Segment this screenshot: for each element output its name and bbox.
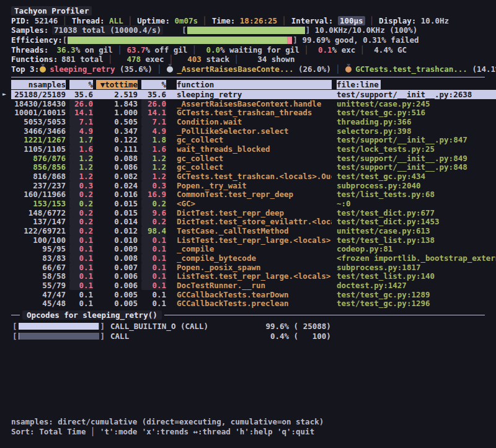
table-row[interactable]: 83/830.10.0080.1_compile_bytecode<frozen… <box>11 253 496 263</box>
table-row[interactable]: 153/1530.20.0150.2<GC>~:0 <box>11 199 496 208</box>
table-row[interactable]: 100/1000.10.0100.1ListTest.test_repr_lar… <box>11 235 496 245</box>
cell-nsamples: 55/79 <box>11 281 66 290</box>
table-row[interactable]: 148/67720.20.0159.6DictTest.test_repr_de… <box>11 208 496 217</box>
table-row[interactable]: 66/670.10.0070.1Popen._posix_spawnsubpro… <box>11 263 496 272</box>
table-row[interactable]: 55/790.10.0060.1DocTestRunner.__rundocte… <box>11 281 496 290</box>
status-label: Display: <box>379 16 421 25</box>
cell-file-line: doctest.py:1427 <box>337 281 496 290</box>
footer-keybindings: Sort: Total Time │ 't':mode 'x':trends ↔… <box>11 426 324 436</box>
footer: nsamples: direct/cumulative (direct=exec… <box>11 416 324 436</box>
cell-pct-direct: 1.2 <box>69 162 93 172</box>
table-row[interactable]: 1105/11051.60.1111.6wait_threads_blocked… <box>11 144 496 154</box>
column-header-nsamples[interactable]: nsamples <box>11 80 66 89</box>
cell-pct-direct: 0.1 <box>69 290 93 299</box>
status-bar: PID: 52146 │ Thread: ALL │ Uptime: 0m07s… <box>11 16 496 26</box>
cell-function: DictTest.test_repr_deep <box>177 208 332 217</box>
cell-file-line: test/support/__init__.py:847 <box>337 135 496 144</box>
table-row[interactable]: 1221/12671.70.1221.8gc_collecttest/suppo… <box>11 136 496 145</box>
cell-nsamples: 5053/5053 <box>11 117 66 126</box>
table-row[interactable]: 856/8561.20.0861.2gc_collecttest/support… <box>11 163 496 172</box>
column-header-tottime-sorted[interactable]: ▼tottime <box>96 80 138 89</box>
table-row[interactable]: 10001/1001514.11.00014.1GCTests.test_tra… <box>11 108 496 118</box>
column-header-pct-cumulative[interactable]: % <box>141 80 166 89</box>
cell-file-line: ~:0 <box>337 199 496 208</box>
column-header-function[interactable]: function <box>177 80 332 89</box>
separator: │ <box>187 45 202 55</box>
opcode-count-value: 100 <box>298 332 326 341</box>
cell-file-line: test/list_tests.py:68 <box>337 190 496 199</box>
cell-tottime: 0.015 <box>96 199 138 208</box>
table-row[interactable]: 3466/34664.90.3474.9_PollLikeSelector.se… <box>11 126 496 136</box>
table-row[interactable]: 18430/1843026.01.84326.0_AssertRaisesBas… <box>11 99 496 108</box>
cell-function: GCCallbackTests.tearDown <box>177 290 332 299</box>
top-function-name: GCTests.test_trashcan... <box>355 64 467 74</box>
functions-segments: 881 total │ 478 exec │ 403 stack │ 34 sh… <box>52 55 294 64</box>
table-row[interactable]: 122/697210.20.01298.4TestCase._callTestM… <box>11 226 496 235</box>
status-value: 0m07s <box>174 16 198 25</box>
cell-file-line: test/test_list.py:140 <box>337 271 496 281</box>
table-row[interactable]: 237/2370.30.0240.3Popen._try_waitsubproc… <box>11 181 496 190</box>
function-stat-suffix: shown <box>267 55 294 64</box>
cell-pct-direct: 35.6 <box>69 90 93 99</box>
cell-pct-direct: 0.2 <box>69 190 93 199</box>
cell-nsamples: 25188/25189 <box>11 90 66 99</box>
cell-tottime: 0.009 <box>96 244 138 253</box>
cell-tottime: 0.016 <box>96 190 138 199</box>
table-row[interactable]: 876/8761.20.0881.2gc_collecttest/support… <box>11 154 496 163</box>
cell-pct-direct: 26.0 <box>69 99 93 108</box>
top-function-name: sleeping_retry <box>50 64 115 74</box>
column-header-pct-direct[interactable]: % <box>69 80 93 89</box>
opcode-bar <box>19 333 99 340</box>
thread-stat-value: 0.1 <box>313 45 332 55</box>
divider-line <box>164 315 485 315</box>
cell-file-line: test/test_dict.py:1453 <box>337 217 496 226</box>
cell-pct-cumulative: 7.1 <box>141 117 166 126</box>
table-row[interactable]: 25188/2518935.62.51935.6sleeping_retryte… <box>11 90 496 99</box>
cell-nsamples: 153/153 <box>11 199 66 208</box>
cell-function: _compile_bytecode <box>177 253 332 263</box>
opcode-pct: 0.4% <box>254 332 289 341</box>
thread-stat-value: 4.4 <box>370 45 388 55</box>
cell-nsamples: 95/95 <box>11 244 66 253</box>
status-value: 100µs <box>338 16 365 25</box>
cell-tottime: 0.347 <box>96 126 138 136</box>
top3-line: Top 3:sleeping_retry (35.6%) │ _AssertRa… <box>11 64 496 74</box>
cell-tottime: 0.007 <box>96 263 138 272</box>
cell-pct-cumulative: 16.9 <box>141 190 166 199</box>
cell-tottime: 0.005 <box>96 299 138 308</box>
opcode-bar-close-bracket: ] <box>100 322 105 331</box>
table-row[interactable]: 5053/50537.10.5057.1Condition.waitthread… <box>11 117 496 126</box>
cell-tottime: 0.008 <box>96 253 138 263</box>
table-row[interactable]: 95/950.10.0090.1_compilecodeop.py:81 <box>11 245 496 254</box>
table-row[interactable]: 47/470.10.0050.1GCCallbackTests.tearDown… <box>11 290 496 299</box>
thread-stat-suffix: % waiting for gil <box>220 45 299 55</box>
cell-function: TestCase._callTestMethod <box>177 226 332 235</box>
cell-pct-cumulative: 1.2 <box>141 154 166 163</box>
opcodes-section-divider: Opcodes for sleeping_retry() <box>11 310 485 320</box>
table-row[interactable]: 45/480.10.0050.1GCCallbackTests.preclean… <box>11 299 496 309</box>
function-stat-value: 34 <box>244 55 267 64</box>
table-row[interactable]: 137/1470.20.0140.2DictTest.test_store_ev… <box>11 217 496 227</box>
table-row[interactable]: 160/119660.20.01616.9CommonTest.test_rep… <box>11 190 496 200</box>
samples-rate: 10.0KHz/10.0KHz (100%) <box>310 25 417 35</box>
table-row[interactable]: 58/580.10.0060.1ListTest.test_repr_large… <box>11 272 496 281</box>
cell-pct-direct: 1.7 <box>69 135 93 144</box>
cell-pct-cumulative: 1.2 <box>141 172 166 181</box>
thread-stat-value: 63.7 <box>126 45 145 55</box>
function-table: nsamples % ▼tottime % function file:line… <box>11 80 496 308</box>
efficiency-bar-failed-fill <box>287 37 292 44</box>
functions-label: Functions: <box>11 55 52 64</box>
table-row[interactable]: 816/8681.20.0821.2GCTests.test_trashcan.… <box>11 172 496 181</box>
cell-pct-direct: 0.1 <box>69 235 93 245</box>
cell-nsamples: 1221/1267 <box>11 135 66 144</box>
cell-function: Popen._try_wait <box>177 181 332 190</box>
cell-nsamples: 148/6772 <box>11 208 66 217</box>
column-header-file[interactable]: file:line <box>337 80 496 89</box>
cell-pct-cumulative: 0.1 <box>141 271 166 281</box>
separator: │ <box>365 16 379 25</box>
table-rows: 25188/2518935.62.51935.6sleeping_retryte… <box>11 90 496 308</box>
cell-nsamples: 66/67 <box>11 263 66 272</box>
opcodes-title: Opcodes for sleeping_retry() <box>22 310 162 320</box>
cell-file-line: unittest/case.py:613 <box>337 226 496 235</box>
opcode-row: []CALL_BUILTIN_O (CALL)99.6% ( 25088) <box>12 321 496 331</box>
